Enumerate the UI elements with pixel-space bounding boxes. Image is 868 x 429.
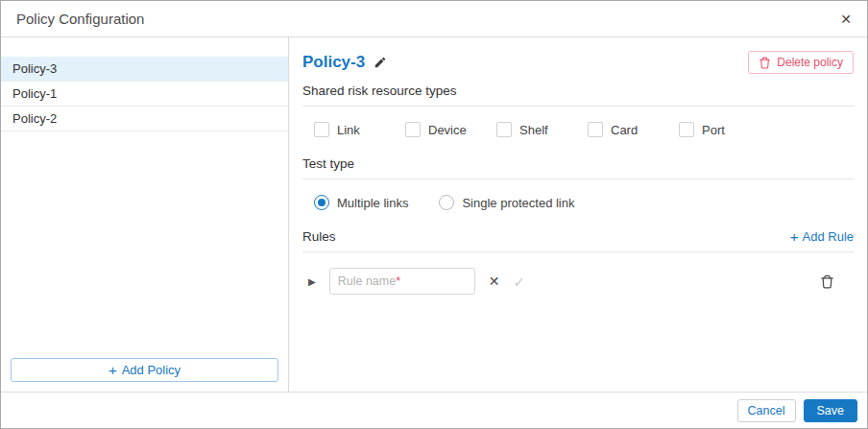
policy-list-item-policy-3[interactable]: Policy-3 <box>1 57 288 82</box>
delete-policy-label: Delete policy <box>777 56 843 69</box>
policy-title-group: Policy-3 <box>302 53 387 72</box>
add-policy-label: Add Policy <box>122 363 181 377</box>
add-rule-label: Add Rule <box>803 229 854 244</box>
policy-configuration-dialog: Policy Configuration ✕ Policy-3 Policy-1… <box>0 0 868 429</box>
rule-name-input-wrap: Rule name* <box>329 268 475 295</box>
checkbox-box[interactable] <box>314 122 329 137</box>
policy-title: Policy-3 <box>302 53 365 72</box>
checkbox-device[interactable]: Device <box>405 122 496 137</box>
checkbox-box[interactable] <box>588 122 603 137</box>
policy-detail-panel: Policy-3 Delete policy Shared risk resou… <box>289 37 867 392</box>
checkbox-label: Card <box>611 123 638 137</box>
shared-risk-section-title: Shared risk resource types <box>302 83 854 98</box>
edit-policy-name-icon[interactable] <box>374 56 387 69</box>
plus-icon: + <box>790 229 799 244</box>
rules-section-title: Rules <box>302 229 336 244</box>
radio-single-protected-link[interactable]: Single protected link <box>439 195 574 210</box>
checkbox-label: Device <box>428 123 467 137</box>
checkbox-box[interactable] <box>405 122 421 137</box>
rule-name-input[interactable] <box>329 268 475 295</box>
checkbox-box[interactable] <box>496 122 512 137</box>
policy-list-item-policy-2[interactable]: Policy-2 <box>1 107 288 131</box>
trash-icon <box>759 57 771 69</box>
policy-list: Policy-3 Policy-1 Policy-2 <box>1 57 288 348</box>
rule-editor-row: ▶ Rule name* ✕ ✓ <box>302 252 854 295</box>
delete-rule-icon[interactable] <box>820 274 834 289</box>
checkbox-port[interactable]: Port <box>679 122 770 137</box>
add-rule-button[interactable]: + Add Rule <box>790 229 854 244</box>
dialog-header: Policy Configuration ✕ <box>1 1 867 37</box>
radio-label: Single protected link <box>462 196 574 210</box>
checkbox-box[interactable] <box>679 122 694 137</box>
cancel-button[interactable]: Cancel <box>737 399 796 422</box>
plus-icon: + <box>108 363 117 377</box>
policy-detail-header: Policy-3 Delete policy <box>302 51 854 74</box>
checkbox-label: Shelf <box>519 123 548 137</box>
radio-button[interactable] <box>314 195 329 210</box>
dialog-body: Policy-3 Policy-1 Policy-2 + Add Policy … <box>1 37 867 392</box>
rules-header: Rules + Add Rule <box>302 229 854 244</box>
cancel-rule-icon[interactable]: ✕ <box>489 274 500 288</box>
radio-button[interactable] <box>439 195 454 210</box>
shared-risk-section: Shared risk resource types Link Device S… <box>302 83 854 141</box>
add-policy-button[interactable]: + Add Policy <box>11 358 278 382</box>
confirm-rule-icon[interactable]: ✓ <box>513 274 525 289</box>
checkbox-link[interactable]: Link <box>314 122 405 137</box>
dialog-footer: Cancel Save <box>1 392 867 428</box>
checkbox-label: Link <box>337 123 360 137</box>
policy-list-sidebar: Policy-3 Policy-1 Policy-2 + Add Policy <box>1 37 289 392</box>
rules-section: Rules + Add Rule ▶ Rule name* ✕ ✓ <box>302 229 854 295</box>
expand-rule-icon[interactable]: ▶ <box>308 276 316 287</box>
radio-multiple-links[interactable]: Multiple links <box>314 195 408 210</box>
checkbox-card[interactable]: Card <box>588 122 679 137</box>
dialog-title: Policy Configuration <box>16 11 144 27</box>
policy-list-item-policy-1[interactable]: Policy-1 <box>1 82 288 107</box>
radio-label: Multiple links <box>337 196 408 210</box>
checkbox-shelf[interactable]: Shelf <box>496 122 588 137</box>
save-button[interactable]: Save <box>804 399 858 422</box>
test-type-options-row: Multiple links Single protected link <box>302 179 854 214</box>
checkbox-label: Port <box>702 123 725 137</box>
delete-policy-button[interactable]: Delete policy <box>748 51 854 74</box>
test-type-section-title: Test type <box>302 156 854 171</box>
test-type-section: Test type Multiple links Single protecte… <box>302 156 854 214</box>
close-icon[interactable]: ✕ <box>840 12 852 26</box>
shared-risk-options-row: Link Device Shelf Card <box>302 107 854 141</box>
